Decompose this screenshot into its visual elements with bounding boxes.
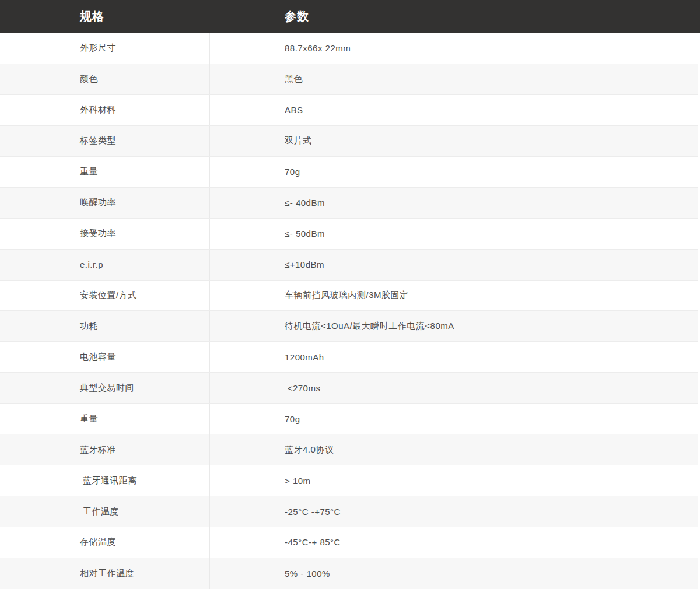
- table-row: 蓝牙通讯距离 > 10m: [0, 465, 698, 496]
- spec-value-cell: ABS: [210, 95, 698, 125]
- table-row: e.i.r.p ≤+10dBm: [0, 250, 698, 281]
- table-row: 重量 70g: [0, 157, 698, 188]
- spec-value-cell: 1200mAh: [210, 342, 698, 372]
- spec-value-cell: 双片式: [210, 126, 698, 156]
- spec-value-cell: ≤- 50dBm: [210, 219, 698, 249]
- header-spec-column: 规格: [0, 9, 210, 24]
- table-body: 外形尺寸 88.7x66x 22mm 颜色 黑色 外科材料 ABS 标签类型 双…: [0, 33, 698, 589]
- spec-value-cell: 88.7x66x 22mm: [210, 33, 698, 64]
- table-header: 规格 参数: [0, 0, 700, 33]
- table-row: 工作温度 -25°C -+75°C: [0, 496, 698, 527]
- spec-value-cell: 70g: [210, 157, 698, 187]
- spec-value-cell: ≤+10dBm: [210, 250, 698, 280]
- spec-value-cell: -25°C -+75°C: [210, 496, 698, 527]
- spec-value-cell: ≤- 40dBm: [210, 188, 698, 218]
- spec-value-cell: 蓝牙4.0协议: [210, 434, 698, 465]
- table-row: 相对工作温度 5% - 100%: [0, 558, 698, 589]
- spec-table: 规格 参数 外形尺寸 88.7x66x 22mm 颜色 黑色 外科材料 ABS …: [0, 0, 700, 589]
- spec-name-cell: 唤醒功率: [0, 188, 210, 218]
- table-row: 接受功率 ≤- 50dBm: [0, 219, 698, 250]
- table-row: 颜色 黑色: [0, 64, 698, 95]
- table-row: 标签类型 双片式: [0, 126, 698, 157]
- spec-value-cell: 黑色: [210, 64, 698, 94]
- spec-name-cell: 功耗: [0, 311, 210, 341]
- spec-name-cell: 蓝牙通讯距离: [0, 465, 210, 496]
- spec-name-cell: 接受功率: [0, 219, 210, 249]
- spec-value-cell: > 10m: [210, 465, 698, 496]
- spec-name-cell: 外科材料: [0, 95, 210, 125]
- spec-value-cell: 待机电流<1OuA/最大瞬时工作电流<80mA: [210, 311, 698, 341]
- table-row: 外形尺寸 88.7x66x 22mm: [0, 33, 698, 64]
- header-param-column: 参数: [210, 9, 309, 24]
- spec-name-cell: 蓝牙标准: [0, 434, 210, 465]
- table-row: 存储温度 -45°C-+ 85°C: [0, 527, 698, 558]
- spec-name-cell: 电池容量: [0, 342, 210, 372]
- spec-name-cell: 安装位置/方式: [0, 281, 210, 311]
- table-row: 安装位置/方式 车辆前挡风玻璃内测/3M胶固定: [0, 281, 698, 311]
- table-row: 外科材料 ABS: [0, 95, 698, 126]
- table-row: 功耗 待机电流<1OuA/最大瞬时工作电流<80mA: [0, 311, 698, 342]
- spec-name-cell: 重量: [0, 404, 210, 434]
- table-row: 电池容量 1200mAh: [0, 342, 698, 373]
- spec-name-cell: 典型交易时间: [0, 373, 210, 403]
- spec-name-cell: 工作温度: [0, 496, 210, 527]
- spec-name-cell: e.i.r.p: [0, 250, 210, 280]
- spec-name-cell: 颜色: [0, 64, 210, 94]
- table-row: 唤醒功率 ≤- 40dBm: [0, 188, 698, 219]
- table-row: 重量 70g: [0, 404, 698, 434]
- spec-value-cell: <270ms: [210, 373, 698, 403]
- spec-name-cell: 存储温度: [0, 527, 210, 558]
- spec-value-cell: 70g: [210, 404, 698, 434]
- spec-value-cell: 车辆前挡风玻璃内测/3M胶固定: [210, 281, 698, 311]
- table-row: 典型交易时间 <270ms: [0, 373, 698, 404]
- spec-value-cell: -45°C-+ 85°C: [210, 527, 698, 558]
- spec-name-cell: 标签类型: [0, 126, 210, 156]
- spec-name-cell: 重量: [0, 157, 210, 187]
- table-row: 蓝牙标准 蓝牙4.0协议: [0, 434, 698, 465]
- spec-value-cell: 5% - 100%: [210, 558, 698, 589]
- spec-name-cell: 相对工作温度: [0, 558, 210, 589]
- spec-name-cell: 外形尺寸: [0, 33, 210, 64]
